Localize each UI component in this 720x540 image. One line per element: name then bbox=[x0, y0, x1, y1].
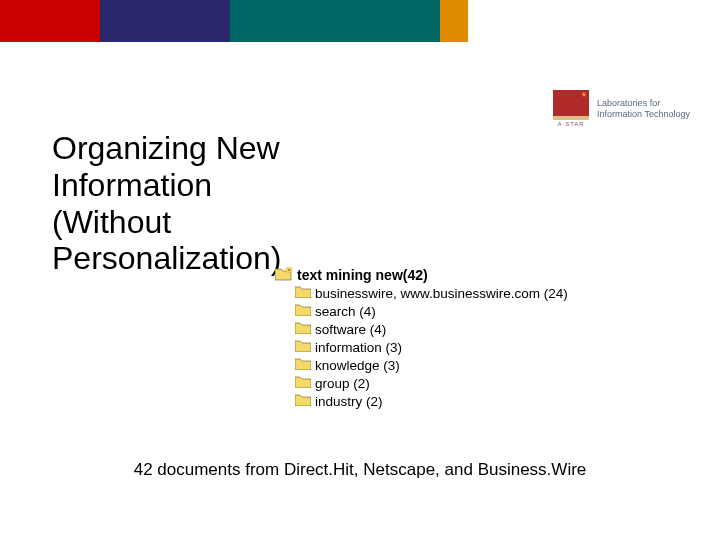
tree-item-label: group (2) bbox=[315, 376, 370, 391]
logo-mark: * A·STAR bbox=[553, 90, 589, 127]
logo-label: A·STAR bbox=[553, 121, 589, 127]
caption: 42 documents from Direct.Hit, Netscape, … bbox=[0, 460, 720, 480]
folder-icon bbox=[295, 358, 311, 373]
tree-item-label: information (3) bbox=[315, 340, 402, 355]
bar-segment-teal bbox=[230, 0, 440, 42]
folder-icon bbox=[295, 394, 311, 409]
brand-logo: * A·STAR Laboratories for Information Te… bbox=[553, 90, 690, 127]
bar-segment-navy bbox=[100, 0, 230, 42]
tree-item: businesswire, www.businesswire.com (24) bbox=[295, 284, 568, 302]
folder-icon bbox=[295, 322, 311, 337]
tree-item-label: search (4) bbox=[315, 304, 376, 319]
tree-item: knowledge (3) bbox=[295, 356, 568, 374]
logo-text-line1: Laboratories for bbox=[597, 98, 690, 109]
tree-item: group (2) bbox=[295, 374, 568, 392]
star-icon: * bbox=[581, 91, 586, 103]
folder-icon bbox=[295, 340, 311, 355]
folder-new-icon bbox=[275, 267, 293, 284]
tree-item-label: knowledge (3) bbox=[315, 358, 400, 373]
tree-root-label: text mining new(42) bbox=[297, 267, 428, 283]
tree-item-label: businesswire, www.businesswire.com (24) bbox=[315, 286, 568, 301]
logo-text-line2: Information Technology bbox=[597, 109, 690, 120]
bar-segment-orange bbox=[440, 0, 468, 42]
tree-item: software (4) bbox=[295, 320, 568, 338]
logo-square: * bbox=[553, 90, 589, 116]
tree-item-label: industry (2) bbox=[315, 394, 383, 409]
bar-segment-red bbox=[0, 0, 100, 42]
tree-item: industry (2) bbox=[295, 392, 568, 410]
logo-strip bbox=[553, 116, 589, 120]
tree-item: search (4) bbox=[295, 302, 568, 320]
tree-item: information (3) bbox=[295, 338, 568, 356]
folder-icon bbox=[295, 304, 311, 319]
slide-title: Organizing New Information (Without Pers… bbox=[52, 130, 332, 277]
logo-text: Laboratories for Information Technology bbox=[597, 98, 690, 120]
tree-root: text mining new(42) bbox=[275, 266, 568, 284]
folder-icon bbox=[295, 376, 311, 391]
top-color-bar bbox=[0, 0, 468, 42]
folder-tree: text mining new(42) businesswire, www.bu… bbox=[275, 266, 568, 410]
tree-item-label: software (4) bbox=[315, 322, 386, 337]
folder-icon bbox=[295, 286, 311, 301]
